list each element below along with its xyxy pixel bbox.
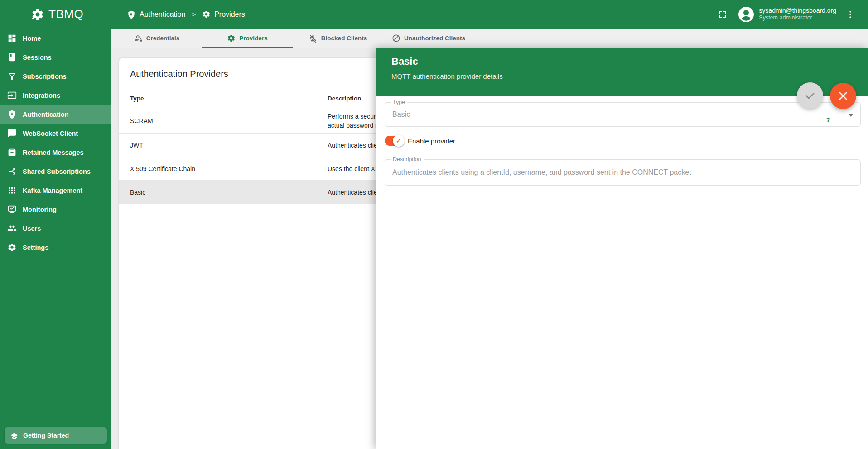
sidebar-item-shared-subscriptions[interactable]: Shared Subscriptions xyxy=(0,162,111,181)
tab-credentials[interactable]: Credentials xyxy=(111,29,202,48)
sidebar-item-label: Monitoring xyxy=(23,206,57,213)
sidebar-item-subscriptions[interactable]: Subscriptions xyxy=(0,67,111,86)
drawer-subtitle: MQTT authentication provider details xyxy=(391,72,868,80)
sidebar-item-home[interactable]: Home xyxy=(0,29,111,48)
enable-provider-toggle[interactable]: ✓ xyxy=(385,136,404,146)
sidebar-item-label: Subscriptions xyxy=(23,73,67,80)
close-icon[interactable] xyxy=(845,115,855,124)
breadcrumb: Authentication > Providers xyxy=(127,10,245,19)
chat-icon xyxy=(7,129,17,138)
enable-provider-label: Enable provider xyxy=(408,137,455,145)
fullscreen-icon[interactable] xyxy=(717,9,728,20)
sidebar-item-label: Settings xyxy=(23,244,48,251)
drawer-header: Basic MQTT authentication provider detai… xyxy=(376,48,868,96)
user-info[interactable]: sysadmin@thingsboard.org System administ… xyxy=(759,7,836,22)
sidebar-item-monitoring[interactable]: Monitoring xyxy=(0,200,111,219)
description-field[interactable]: Description Authenticates clients using … xyxy=(385,159,861,186)
type-field-value: Basic xyxy=(385,103,860,126)
breadcrumb-providers[interactable]: Providers xyxy=(202,10,245,19)
tab-bar: Credentials Providers Blocked Clients Un… xyxy=(111,29,868,48)
tbmq-logo-icon xyxy=(31,8,44,21)
sidebar-item-label: WebSocket Client xyxy=(23,130,78,137)
topbar-actions: sysadmin@thingsboard.org System administ… xyxy=(717,6,868,23)
tab-label: Credentials xyxy=(146,35,180,42)
avatar[interactable] xyxy=(738,6,754,23)
gear-icon xyxy=(202,10,211,19)
sidebar-item-settings[interactable]: Settings xyxy=(0,238,111,257)
call-split-icon xyxy=(7,167,17,176)
people-icon xyxy=(7,224,17,233)
sidebar-item-label: Kafka Management xyxy=(23,187,82,194)
shield-lock-icon xyxy=(127,10,136,19)
tab-unauthorized-clients[interactable]: Unauthorized Clients xyxy=(383,29,474,48)
sidebar-item-websocket-client[interactable]: WebSocket Client xyxy=(0,124,111,143)
cell-type: JWT xyxy=(119,142,328,149)
description-field-value: Authenticates clients using a clientId, … xyxy=(385,160,860,185)
sidebar-item-label: Authentication xyxy=(23,111,69,118)
monitor-icon xyxy=(7,205,17,214)
more-vert-icon[interactable] xyxy=(845,10,855,19)
help-icon[interactable]: ? xyxy=(823,115,833,124)
tab-providers[interactable]: Providers xyxy=(202,29,293,48)
archive-icon xyxy=(7,148,17,157)
school-icon xyxy=(10,431,19,440)
type-field-label: Type xyxy=(391,99,407,105)
tab-label: Unauthorized Clients xyxy=(404,35,465,42)
breadcrumb-separator-icon: > xyxy=(192,10,196,18)
person-off-icon xyxy=(309,34,318,43)
provider-details-drawer: Basic MQTT authentication provider detai… xyxy=(376,48,868,449)
breadcrumb-label: Providers xyxy=(214,10,245,19)
drawer-title: Basic xyxy=(391,56,868,67)
getting-started-label: Getting Started xyxy=(23,432,69,439)
cancel-close-fab-button[interactable] xyxy=(830,83,856,109)
description-field-label: Description xyxy=(391,156,424,162)
app-logo[interactable]: TBMQ xyxy=(0,7,111,21)
toggle-check-icon: ✓ xyxy=(393,135,405,147)
column-header-type[interactable]: Type xyxy=(119,95,328,102)
sidebar-item-label: Home xyxy=(23,35,41,42)
sidebar: Home Sessions Subscriptions Integrations… xyxy=(0,29,111,449)
getting-started-button[interactable]: Getting Started xyxy=(5,427,107,444)
person-lock-icon xyxy=(134,34,143,43)
sidebar-item-label: Integrations xyxy=(23,92,60,99)
breadcrumb-label: Authentication xyxy=(140,10,185,19)
block-icon xyxy=(392,34,400,43)
breadcrumb-authentication[interactable]: Authentication xyxy=(127,10,185,19)
sidebar-item-integrations[interactable]: Integrations xyxy=(0,86,111,105)
app-title: TBMQ xyxy=(48,7,83,21)
cell-type: X.509 Certificate Chain xyxy=(119,165,328,172)
user-email: sysadmin@thingsboard.org xyxy=(759,7,836,15)
sidebar-item-label: Shared Subscriptions xyxy=(23,168,91,175)
apps-grid-icon xyxy=(7,186,17,195)
gear-icon xyxy=(227,34,236,43)
enable-provider-row: ✓ Enable provider xyxy=(385,135,455,147)
sidebar-item-label: Retained Messages xyxy=(23,149,84,156)
sidebar-item-kafka-management[interactable]: Kafka Management xyxy=(0,181,111,200)
user-role: System administrator xyxy=(759,14,836,22)
book-icon xyxy=(7,53,17,62)
input-icon xyxy=(7,91,17,100)
gear-icon xyxy=(7,243,17,252)
apply-check-fab-button[interactable] xyxy=(797,82,823,109)
cell-type: Basic xyxy=(119,189,328,196)
dashboard-icon xyxy=(7,33,17,43)
sidebar-item-users[interactable]: Users xyxy=(0,219,111,238)
sidebar-item-sessions[interactable]: Sessions xyxy=(0,48,111,67)
top-bar: TBMQ Authentication > Providers sysadmin… xyxy=(0,0,868,29)
filter-icon xyxy=(7,72,17,81)
sidebar-item-retained-messages[interactable]: Retained Messages xyxy=(0,143,111,162)
sidebar-item-label: Sessions xyxy=(23,54,52,61)
sidebar-item-authentication[interactable]: Authentication xyxy=(0,105,111,124)
tab-label: Blocked Clients xyxy=(321,35,367,42)
tab-blocked-clients[interactable]: Blocked Clients xyxy=(293,29,383,48)
sidebar-item-label: Users xyxy=(23,225,41,232)
tab-label: Providers xyxy=(239,35,267,42)
shield-lock-icon xyxy=(7,110,17,119)
cell-type: SCRAM xyxy=(119,117,328,124)
type-select-field[interactable]: Type Basic xyxy=(385,102,861,127)
